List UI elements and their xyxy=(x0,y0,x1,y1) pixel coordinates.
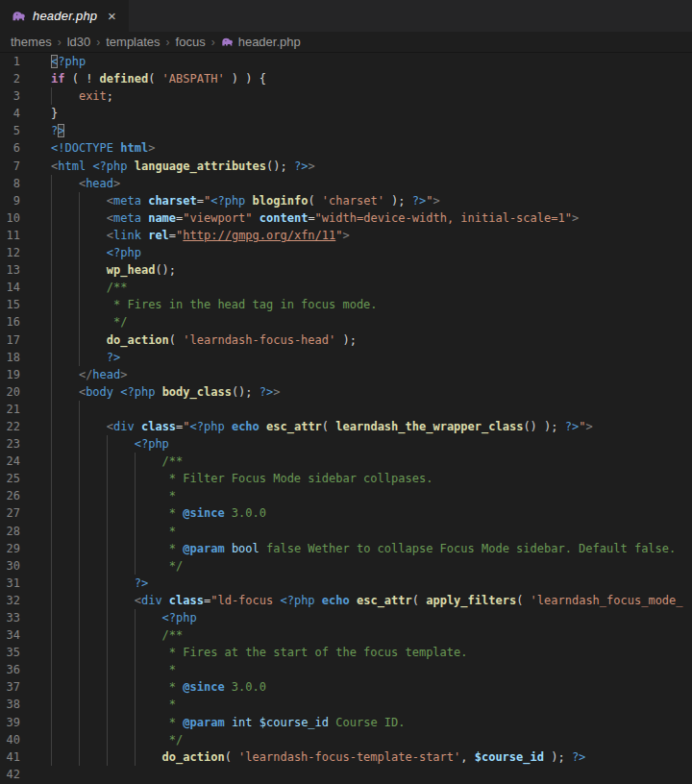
breadcrumb-item-ld30[interactable]: ld30 xyxy=(66,35,92,49)
code-token: * Filter Focus Mode sidebar collpases. xyxy=(51,472,432,485)
line-content: <div class="<?php echo esc_attr( learnda… xyxy=(51,418,692,435)
line-number: 10 xyxy=(0,209,20,227)
code-token: http://gmpg.org/xfn/11 xyxy=(183,229,335,242)
code-token: (); xyxy=(232,385,260,399)
line-number: 13 xyxy=(0,261,20,279)
breadcrumb-item-templates[interactable]: templates xyxy=(105,35,161,49)
code-token: name xyxy=(148,211,176,225)
code-line: 3 exit; xyxy=(0,87,692,105)
line-number: 29 xyxy=(0,540,20,557)
code-token: < xyxy=(107,229,113,242)
breadcrumb-item-themes[interactable]: themes xyxy=(10,35,53,49)
code-token: 'learndash-focus-template-start' xyxy=(238,750,460,764)
line-number: 37 xyxy=(0,678,20,696)
code-token: ( xyxy=(322,420,335,433)
line-number: 14 xyxy=(0,279,20,296)
code-token xyxy=(253,716,260,729)
code-token: ( xyxy=(412,594,426,607)
line-number: 19 xyxy=(0,366,20,383)
breadcrumb: themes›ld30›templates›focus› header.php xyxy=(0,32,692,53)
code-line: 12 <?php xyxy=(0,244,692,261)
code-token: <?php xyxy=(280,594,321,607)
code-token: echo xyxy=(232,420,260,433)
line-content: <link rel="http://gmpg.org/xfn/11"> xyxy=(51,227,692,244)
code-token: "width=device-width, initial-scale=1" xyxy=(315,211,572,225)
code-token: if xyxy=(51,72,64,86)
code-editor[interactable]: 1<?php2if ( ! defined( 'ABSPATH' ) ) {3 … xyxy=(0,53,692,783)
code-token xyxy=(135,420,141,433)
code-token xyxy=(253,211,260,225)
code-token: */ xyxy=(51,315,127,329)
code-token: 3.0.0 xyxy=(225,680,266,694)
code-token: </ xyxy=(79,368,92,381)
code-token xyxy=(51,420,107,433)
code-token: "ld-focus xyxy=(210,594,280,607)
code-token: wp_head xyxy=(107,263,156,277)
line-content: exit; xyxy=(51,87,692,105)
code-line: 31 ?> xyxy=(0,575,692,592)
code-token xyxy=(51,194,107,208)
close-icon[interactable]: × xyxy=(104,9,119,24)
code-token: "viewport" xyxy=(183,211,252,225)
code-line: 6<!DOCTYPE html> xyxy=(0,139,692,157)
code-token: bloginfo xyxy=(253,194,309,208)
code-token: ( xyxy=(308,194,321,208)
code-token: * Fires at the start of the focus templa… xyxy=(51,646,467,659)
code-token xyxy=(225,542,232,555)
line-number: 35 xyxy=(0,644,20,661)
code-token: body_class xyxy=(162,385,232,399)
code-token: * xyxy=(51,680,183,694)
code-token: content xyxy=(260,211,309,225)
code-token: 'ABSPATH' xyxy=(162,72,225,86)
breadcrumb-item-focus[interactable]: focus xyxy=(175,35,207,49)
line-number: 5 xyxy=(0,122,20,139)
line-content: <?php xyxy=(51,53,692,70)
code-line: 9 <meta charset="<?php bloginfo( 'charse… xyxy=(0,192,692,209)
code-token: * Fires in the head tag in focus mode. xyxy=(51,298,378,311)
code-token xyxy=(51,89,79,103)
code-token: head xyxy=(92,368,120,381)
line-content: <body <?php body_class(); ?>> xyxy=(51,383,692,401)
code-token: apply_filters xyxy=(426,594,516,607)
code-token: 3.0.0 xyxy=(225,506,266,520)
line-number: 18 xyxy=(0,349,20,366)
code-token: <?php xyxy=(210,194,252,208)
code-token xyxy=(51,229,107,242)
code-token: * xyxy=(51,716,183,729)
line-number: 1 xyxy=(0,53,20,70)
code-token: 'charset' xyxy=(322,194,384,208)
code-token: " xyxy=(183,420,189,433)
code-token: <?php xyxy=(162,611,197,625)
chevron-separator-icon: › xyxy=(166,36,170,49)
chevron-separator-icon: › xyxy=(58,36,62,49)
line-content: <!DOCTYPE html> xyxy=(51,139,692,157)
code-line: 34 /** xyxy=(0,626,692,644)
code-token xyxy=(51,246,107,259)
code-lines: 1<?php2if ( ! defined( 'ABSPATH' ) ) {3 … xyxy=(0,53,692,783)
code-token: > xyxy=(585,420,592,433)
code-token: @since xyxy=(183,506,224,520)
code-line: 4} xyxy=(0,105,692,122)
tab-header-php[interactable]: header.php × xyxy=(0,0,129,32)
code-token xyxy=(260,420,266,433)
chevron-separator-icon: › xyxy=(211,36,215,49)
code-token: , xyxy=(460,750,474,764)
code-token: " xyxy=(335,229,342,242)
code-token: do_action xyxy=(162,750,225,764)
line-content: * Filter Focus Mode sidebar collpases. xyxy=(51,470,692,487)
code-token: * xyxy=(51,542,183,555)
code-line: 24 /** xyxy=(0,453,692,470)
breadcrumb-item-file[interactable]: header.php xyxy=(220,35,302,49)
line-number: 9 xyxy=(0,192,20,209)
code-line: 28 * xyxy=(0,523,692,540)
line-number: 17 xyxy=(0,331,20,349)
line-content: /** xyxy=(51,626,692,644)
code-token: > xyxy=(148,141,155,155)
code-line: 39 * @param int $course_id Course ID. xyxy=(0,714,692,731)
code-token: class xyxy=(141,420,176,433)
code-line: 40 */ xyxy=(0,731,692,748)
code-line: 33 <?php xyxy=(0,609,692,626)
line-number: 41 xyxy=(0,748,20,766)
code-token: > xyxy=(273,385,280,399)
code-line: 18 ?> xyxy=(0,349,692,366)
